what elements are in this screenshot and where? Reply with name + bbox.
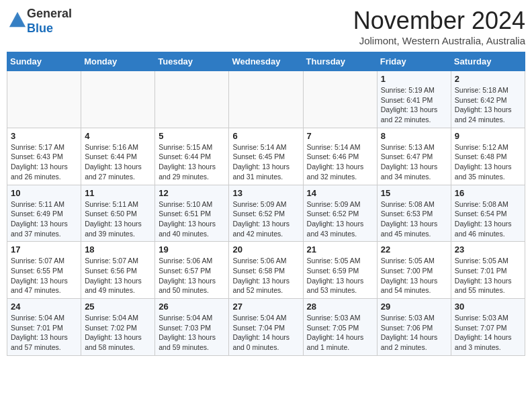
day-number: 5 [159, 131, 225, 141]
day-number: 17 [11, 244, 77, 255]
week-row-2: 3Sunrise: 5:17 AM Sunset: 6:43 PM Daylig… [7, 128, 525, 185]
day-cell: 20Sunrise: 5:06 AM Sunset: 6:58 PM Dayli… [229, 242, 303, 299]
day-cell: 13Sunrise: 5:09 AM Sunset: 6:52 PM Dayli… [229, 185, 303, 242]
day-cell: 8Sunrise: 5:13 AM Sunset: 6:47 PM Daylig… [377, 128, 451, 185]
day-info: Sunrise: 5:16 AM Sunset: 6:44 PM Dayligh… [85, 142, 151, 182]
day-cell: 15Sunrise: 5:08 AM Sunset: 6:53 PM Dayli… [377, 185, 451, 242]
day-cell: 1Sunrise: 5:19 AM Sunset: 6:41 PM Daylig… [377, 71, 451, 128]
day-number: 8 [381, 131, 447, 141]
location: Jolimont, Western Australia, Australia [353, 35, 525, 46]
day-cell: 23Sunrise: 5:05 AM Sunset: 7:01 PM Dayli… [451, 242, 525, 299]
day-number: 1 [381, 74, 447, 84]
day-info: Sunrise: 5:11 AM Sunset: 6:49 PM Dayligh… [11, 199, 77, 239]
day-cell: 24Sunrise: 5:04 AM Sunset: 7:01 PM Dayli… [7, 299, 81, 356]
day-info: Sunrise: 5:14 AM Sunset: 6:46 PM Dayligh… [307, 142, 373, 182]
day-info: Sunrise: 5:07 AM Sunset: 6:56 PM Dayligh… [85, 256, 151, 295]
day-info: Sunrise: 5:08 AM Sunset: 6:53 PM Dayligh… [381, 199, 447, 239]
day-number: 21 [307, 244, 373, 255]
weekday-header-wednesday: Wednesday [229, 52, 303, 71]
weekday-header-sunday: Sunday [7, 52, 81, 71]
day-info: Sunrise: 5:18 AM Sunset: 6:42 PM Dayligh… [455, 85, 521, 125]
day-number: 14 [307, 188, 373, 198]
day-info: Sunrise: 5:09 AM Sunset: 6:52 PM Dayligh… [307, 199, 373, 239]
day-cell [229, 71, 303, 128]
day-cell: 28Sunrise: 5:03 AM Sunset: 7:05 PM Dayli… [303, 299, 377, 356]
logo-icon [8, 11, 27, 30]
day-info: Sunrise: 5:04 AM Sunset: 7:01 PM Dayligh… [11, 313, 77, 353]
day-cell: 18Sunrise: 5:07 AM Sunset: 6:56 PM Dayli… [81, 242, 155, 299]
day-number: 13 [232, 188, 299, 198]
day-cell: 9Sunrise: 5:12 AM Sunset: 6:48 PM Daylig… [451, 128, 525, 185]
title-area: November 2024 Jolimont, Western Australi… [353, 7, 525, 46]
header: General Blue November 2024 Jolimont, Wes… [7, 7, 525, 46]
day-number: 18 [85, 244, 151, 255]
day-cell: 21Sunrise: 5:05 AM Sunset: 6:59 PM Dayli… [303, 242, 377, 299]
day-number: 27 [232, 302, 299, 312]
day-info: Sunrise: 5:05 AM Sunset: 7:00 PM Dayligh… [381, 256, 447, 295]
day-number: 16 [455, 188, 521, 198]
logo: General Blue [7, 7, 72, 36]
day-cell: 29Sunrise: 5:03 AM Sunset: 7:06 PM Dayli… [377, 299, 451, 356]
weekday-header-saturday: Saturday [451, 52, 525, 71]
weekday-header-thursday: Thursday [303, 52, 377, 71]
day-number: 12 [159, 188, 225, 198]
day-number: 9 [455, 131, 521, 141]
day-info: Sunrise: 5:03 AM Sunset: 7:05 PM Dayligh… [307, 313, 373, 353]
day-info: Sunrise: 5:06 AM Sunset: 6:58 PM Dayligh… [232, 256, 299, 295]
weekday-header-tuesday: Tuesday [155, 52, 229, 71]
day-info: Sunrise: 5:03 AM Sunset: 7:06 PM Dayligh… [381, 313, 447, 353]
week-row-3: 10Sunrise: 5:11 AM Sunset: 6:49 PM Dayli… [7, 185, 525, 242]
day-cell: 16Sunrise: 5:08 AM Sunset: 6:54 PM Dayli… [451, 185, 525, 242]
day-number: 11 [85, 188, 151, 198]
day-info: Sunrise: 5:15 AM Sunset: 6:44 PM Dayligh… [159, 142, 225, 182]
day-cell: 17Sunrise: 5:07 AM Sunset: 6:55 PM Dayli… [7, 242, 81, 299]
day-number: 24 [11, 302, 77, 312]
day-cell [155, 71, 229, 128]
day-info: Sunrise: 5:04 AM Sunset: 7:02 PM Dayligh… [85, 313, 151, 353]
day-number: 22 [381, 244, 447, 255]
day-info: Sunrise: 5:03 AM Sunset: 7:07 PM Dayligh… [455, 313, 521, 353]
day-cell: 6Sunrise: 5:14 AM Sunset: 6:45 PM Daylig… [229, 128, 303, 185]
day-number: 26 [159, 302, 225, 312]
week-row-4: 17Sunrise: 5:07 AM Sunset: 6:55 PM Dayli… [7, 242, 525, 299]
calendar-table: SundayMondayTuesdayWednesdayThursdayFrid… [7, 52, 525, 356]
day-number: 25 [85, 302, 151, 312]
day-cell: 22Sunrise: 5:05 AM Sunset: 7:00 PM Dayli… [377, 242, 451, 299]
day-info: Sunrise: 5:13 AM Sunset: 6:47 PM Dayligh… [381, 142, 447, 182]
day-info: Sunrise: 5:05 AM Sunset: 7:01 PM Dayligh… [455, 256, 521, 295]
day-info: Sunrise: 5:08 AM Sunset: 6:54 PM Dayligh… [455, 199, 521, 239]
logo-blue: Blue [27, 21, 53, 35]
day-number: 2 [455, 74, 521, 84]
day-number: 4 [85, 131, 151, 141]
day-cell: 14Sunrise: 5:09 AM Sunset: 6:52 PM Dayli… [303, 185, 377, 242]
month-title: November 2024 [353, 7, 525, 35]
day-cell: 2Sunrise: 5:18 AM Sunset: 6:42 PM Daylig… [451, 71, 525, 128]
day-number: 23 [455, 244, 521, 255]
day-cell: 10Sunrise: 5:11 AM Sunset: 6:49 PM Dayli… [7, 185, 81, 242]
day-info: Sunrise: 5:09 AM Sunset: 6:52 PM Dayligh… [232, 199, 299, 239]
day-cell: 12Sunrise: 5:10 AM Sunset: 6:51 PM Dayli… [155, 185, 229, 242]
weekday-header-row: SundayMondayTuesdayWednesdayThursdayFrid… [7, 52, 525, 71]
day-info: Sunrise: 5:17 AM Sunset: 6:43 PM Dayligh… [11, 142, 77, 182]
day-number: 15 [381, 188, 447, 198]
day-cell: 3Sunrise: 5:17 AM Sunset: 6:43 PM Daylig… [7, 128, 81, 185]
logo-general: General [27, 7, 72, 20]
day-number: 3 [11, 131, 77, 141]
day-number: 28 [307, 302, 373, 312]
day-cell [303, 71, 377, 128]
day-cell: 19Sunrise: 5:06 AM Sunset: 6:57 PM Dayli… [155, 242, 229, 299]
day-cell: 11Sunrise: 5:11 AM Sunset: 6:50 PM Dayli… [81, 185, 155, 242]
day-number: 6 [232, 131, 299, 141]
day-cell: 5Sunrise: 5:15 AM Sunset: 6:44 PM Daylig… [155, 128, 229, 185]
week-row-5: 24Sunrise: 5:04 AM Sunset: 7:01 PM Dayli… [7, 299, 525, 356]
day-cell: 25Sunrise: 5:04 AM Sunset: 7:02 PM Dayli… [81, 299, 155, 356]
weekday-header-monday: Monday [81, 52, 155, 71]
week-row-1: 1Sunrise: 5:19 AM Sunset: 6:41 PM Daylig… [7, 71, 525, 128]
day-info: Sunrise: 5:04 AM Sunset: 7:04 PM Dayligh… [232, 313, 299, 353]
day-cell [7, 71, 81, 128]
day-info: Sunrise: 5:04 AM Sunset: 7:03 PM Dayligh… [159, 313, 225, 353]
weekday-header-friday: Friday [377, 52, 451, 71]
day-info: Sunrise: 5:10 AM Sunset: 6:51 PM Dayligh… [159, 199, 225, 239]
day-cell: 7Sunrise: 5:14 AM Sunset: 6:46 PM Daylig… [303, 128, 377, 185]
day-info: Sunrise: 5:06 AM Sunset: 6:57 PM Dayligh… [159, 256, 225, 295]
